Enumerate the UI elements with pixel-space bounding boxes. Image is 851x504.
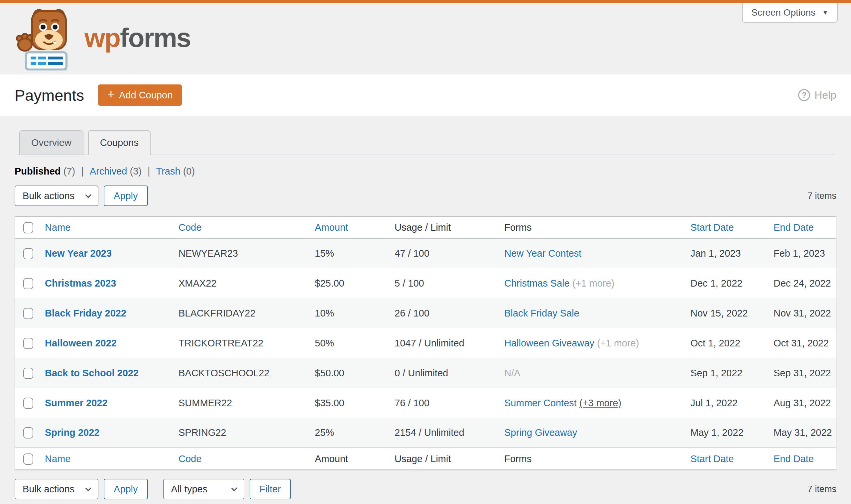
column-start-sort-link[interactable]: Start Date xyxy=(690,453,734,464)
select-all-checkbox[interactable] xyxy=(23,453,33,465)
column-amount-sort-link[interactable]: Amount xyxy=(315,222,348,233)
coupon-forms-cell: N/A xyxy=(499,358,685,388)
help-link[interactable]: ? Help xyxy=(798,89,836,102)
column-start-sort-link[interactable]: Start Date xyxy=(690,222,734,233)
filter-separator: | xyxy=(81,166,84,177)
coupon-start-date: Oct 1, 2022 xyxy=(690,338,740,348)
coupon-name-cell: New Year 2023 xyxy=(39,238,173,268)
coupon-amount-cell: 10% xyxy=(309,298,389,328)
coupon-end-date: Aug 31, 2022 xyxy=(774,398,831,408)
column-code-sort-link[interactable]: Code xyxy=(179,222,201,233)
coupon-usage: 26 / 100 xyxy=(395,308,430,319)
filter-button[interactable]: Filter xyxy=(250,479,291,499)
chevron-down-icon xyxy=(85,485,91,491)
column-usage-label: Usage / Limit xyxy=(395,453,451,464)
filter-published[interactable]: Published (7) xyxy=(15,166,75,177)
coupon-amount: 10% xyxy=(315,308,334,319)
coupon-forms-cell: Black Friday Sale xyxy=(499,298,685,328)
coupon-start-date: Dec 1, 2022 xyxy=(690,278,742,289)
select-all-cell xyxy=(15,448,39,470)
coupon-start-date: Jan 1, 2023 xyxy=(690,248,741,259)
table-footer: NameCodeAmountUsage / LimitFormsStart Da… xyxy=(15,448,836,470)
type-filter-label: All types xyxy=(171,484,208,495)
row-select-cell xyxy=(15,238,39,268)
add-coupon-button[interactable]: + Add Coupon xyxy=(98,85,182,106)
row-checkbox[interactable] xyxy=(23,368,33,379)
coupon-start-date-cell: Sep 1, 2022 xyxy=(685,358,768,388)
coupon-start-date: Sep 1, 2022 xyxy=(690,368,742,378)
coupon-amount: 15% xyxy=(315,248,334,259)
wordmark-forms: forms xyxy=(120,23,191,53)
type-filter-select[interactable]: All types xyxy=(163,479,244,499)
table-row: Christmas 2023XMAX22$25.005 / 100Christm… xyxy=(15,268,836,298)
column-header-amount: Amount xyxy=(309,448,389,470)
column-header-code: Code xyxy=(173,448,309,470)
column-name-sort-link[interactable]: Name xyxy=(45,453,71,464)
form-link[interactable]: Christmas Sale xyxy=(504,278,570,289)
coupon-end-date-cell: Sep 31, 2022 xyxy=(768,358,836,388)
coupon-start-date: Jul 1, 2022 xyxy=(690,398,738,408)
column-end-sort-link[interactable]: End Date xyxy=(774,453,814,464)
tab-overview[interactable]: Overview xyxy=(19,130,84,155)
form-link[interactable]: Halloween Giveaway xyxy=(504,338,594,348)
coupon-code-cell: BLACKFRIDAY22 xyxy=(173,298,309,328)
apply-button[interactable]: Apply xyxy=(104,185,148,206)
bulk-actions-select[interactable]: Bulk actions xyxy=(15,479,98,499)
row-select-cell xyxy=(15,388,39,418)
forms-more-link[interactable]: (+3 more) xyxy=(579,398,622,408)
header-row: NameCodeAmountUsage / LimitFormsStart Da… xyxy=(15,216,836,238)
row-checkbox[interactable] xyxy=(23,427,33,438)
coupon-code: SPRING22 xyxy=(179,427,226,438)
form-link[interactable]: Summer Contest xyxy=(504,398,577,408)
coupon-name-link[interactable]: Christmas 2023 xyxy=(45,278,116,289)
form-link[interactable]: Spring Giveaway xyxy=(504,427,577,438)
select-all-checkbox[interactable] xyxy=(23,222,33,233)
column-code-sort-link[interactable]: Code xyxy=(179,453,201,464)
coupon-name-cell: Christmas 2023 xyxy=(39,268,173,298)
coupon-amount-cell: $25.00 xyxy=(309,268,389,298)
column-header-end: End Date xyxy=(768,448,836,470)
form-link[interactable]: Black Friday Sale xyxy=(504,308,579,319)
filter-archived[interactable]: Archived (3) xyxy=(90,166,142,177)
coupon-code-cell: SUMMER22 xyxy=(173,388,309,418)
filter-count: (0) xyxy=(183,166,195,177)
column-name-sort-link[interactable]: Name xyxy=(45,222,71,233)
column-end-sort-link[interactable]: End Date xyxy=(774,222,814,233)
coupon-code: SUMMER22 xyxy=(179,398,232,408)
column-header-usage: Usage / Limit xyxy=(389,448,499,470)
screen-options-label: Screen Options xyxy=(751,7,815,18)
filter-count: (7) xyxy=(64,166,75,177)
table-row: Halloween 2022TRICKORTREAT2250%1047 / Un… xyxy=(15,328,836,358)
chevron-down-icon xyxy=(85,192,91,198)
coupon-name-link[interactable]: Black Friday 2022 xyxy=(45,308,126,319)
coupon-end-date-cell: Oct 31, 2022 xyxy=(768,328,836,358)
filter-trash[interactable]: Trash (0) xyxy=(156,166,195,177)
bulk-actions-select[interactable]: Bulk actions xyxy=(15,185,98,206)
coupon-amount-cell: 15% xyxy=(309,238,389,268)
coupon-name-link[interactable]: New Year 2023 xyxy=(45,248,112,259)
row-checkbox[interactable] xyxy=(23,248,33,259)
table-row: Summer 2022SUMMER22$35.0076 / 100Summer … xyxy=(15,388,836,418)
help-label: Help xyxy=(814,89,836,102)
coupon-end-date: Dec 24, 2022 xyxy=(774,278,831,289)
page-head: Payments + Add Coupon ? Help xyxy=(0,74,851,116)
form-link[interactable]: New Year Contest xyxy=(504,248,581,259)
row-checkbox[interactable] xyxy=(23,398,33,409)
row-checkbox[interactable] xyxy=(23,278,33,289)
coupon-usage-cell: 76 / 100 xyxy=(389,388,499,418)
apply-button[interactable]: Apply xyxy=(104,479,148,499)
coupon-end-date: Sep 31, 2022 xyxy=(774,368,831,378)
coupon-name-link[interactable]: Back to School 2022 xyxy=(45,368,139,378)
coupon-amount-cell: $50.00 xyxy=(309,358,389,388)
coupon-code: BACKTOSCHOOL22 xyxy=(179,368,269,378)
tab-coupons[interactable]: Coupons xyxy=(88,130,150,155)
row-checkbox[interactable] xyxy=(23,338,33,349)
coupon-name-link[interactable]: Halloween 2022 xyxy=(45,338,117,348)
forms-na-text: N/A xyxy=(504,368,520,378)
screen-options-button[interactable]: Screen Options ▼ xyxy=(742,3,838,23)
row-checkbox[interactable] xyxy=(23,308,33,319)
table-body: New Year 2023NEWYEAR2315%47 / 100New Yea… xyxy=(15,238,836,448)
coupon-name-link[interactable]: Spring 2022 xyxy=(45,427,99,438)
coupon-name-link[interactable]: Summer 2022 xyxy=(45,398,108,408)
table-row: Spring 2022SPRING2225%2154 / UnlimitedSp… xyxy=(15,418,836,448)
